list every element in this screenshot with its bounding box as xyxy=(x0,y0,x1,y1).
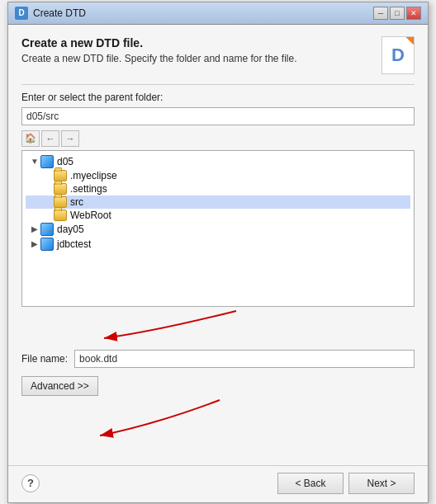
dtd-file-icon: D xyxy=(382,36,415,74)
advanced-button[interactable]: Advanced >> xyxy=(21,376,98,396)
expand-icon[interactable]: ▼ xyxy=(29,156,40,167)
window-title: Create DTD xyxy=(33,7,86,19)
back-button[interactable]: < Back xyxy=(277,473,344,494)
tree-item-src[interactable]: src xyxy=(26,195,410,209)
next-button[interactable]: Next > xyxy=(348,473,415,494)
tree-toolbar: 🏠 ← → xyxy=(21,130,415,147)
project-icon xyxy=(40,223,54,236)
tree-item-day05[interactable]: ▶ day05 xyxy=(26,222,410,237)
button-bar: ? < Back Next > xyxy=(8,466,428,502)
create-dtd-window: D Create DTD ─ □ ✕ Create a new DTD file… xyxy=(7,2,429,503)
tree-label: jdbctest xyxy=(57,238,91,250)
tree-label: day05 xyxy=(57,224,84,235)
help-button[interactable]: ? xyxy=(21,474,40,492)
file-name-row: File name: xyxy=(21,350,415,368)
project-icon xyxy=(40,155,54,168)
tree-item-myeclipse[interactable]: .myeclipse xyxy=(26,169,410,182)
forward-toolbar-button[interactable]: → xyxy=(61,130,79,147)
header-area: Create a new DTD file. Create a new DTD … xyxy=(21,36,415,74)
tree-item-settings[interactable]: .settings xyxy=(26,182,410,195)
folder-icon xyxy=(54,210,67,221)
window-icon: D xyxy=(15,7,28,20)
minimize-button[interactable]: ─ xyxy=(373,7,388,20)
folder-tree[interactable]: ▼ d05 .myeclipse .settings xyxy=(21,150,415,307)
header-text: Create a new DTD file. Create a new DTD … xyxy=(21,36,297,64)
folder-icon xyxy=(54,170,67,181)
main-content: Create a new DTD file. Create a new DTD … xyxy=(8,25,428,457)
home-toolbar-button[interactable]: 🏠 xyxy=(21,130,40,147)
maximize-button[interactable]: □ xyxy=(390,7,405,20)
expand-icon[interactable] xyxy=(42,210,54,221)
expand-icon[interactable] xyxy=(42,196,54,208)
page-title: Create a new DTD file. xyxy=(21,36,297,49)
title-buttons: ─ □ ✕ xyxy=(373,7,421,20)
tree-item-jdbctest[interactable]: ▶ jdbctest xyxy=(26,237,410,252)
page-description: Create a new DTD file. Specify the folde… xyxy=(21,53,297,64)
separator-1 xyxy=(21,84,415,85)
arrow-annotation-2 xyxy=(88,396,335,445)
tree-label: d05 xyxy=(57,156,73,167)
project-icon xyxy=(40,238,54,251)
file-name-input[interactable] xyxy=(74,350,415,368)
tree-item-webroot[interactable]: WebRoot xyxy=(26,209,410,222)
tree-label: .myeclipse xyxy=(70,170,117,181)
tree-item-d05[interactable]: ▼ d05 xyxy=(26,154,410,169)
title-bar-left: D Create DTD xyxy=(15,7,86,20)
expand-icon[interactable]: ▶ xyxy=(29,224,40,235)
file-name-label: File name: xyxy=(21,353,68,365)
title-bar: D Create DTD ─ □ ✕ xyxy=(8,2,428,25)
folder-icon xyxy=(54,183,67,195)
tree-label: .settings xyxy=(70,183,107,195)
folder-path-input[interactable] xyxy=(21,107,415,125)
tree-label: src xyxy=(70,196,83,208)
folder-icon xyxy=(54,196,67,208)
back-toolbar-button[interactable]: ← xyxy=(41,130,59,147)
expand-icon[interactable] xyxy=(42,170,54,181)
folder-label: Enter or select the parent folder: xyxy=(21,92,415,103)
expand-icon[interactable] xyxy=(42,183,54,195)
tree-label: WebRoot xyxy=(70,210,111,221)
close-button[interactable]: ✕ xyxy=(406,7,421,20)
arrow-annotation-1 xyxy=(88,307,335,348)
expand-icon[interactable]: ▶ xyxy=(29,238,40,250)
nav-buttons: < Back Next > xyxy=(277,473,415,494)
